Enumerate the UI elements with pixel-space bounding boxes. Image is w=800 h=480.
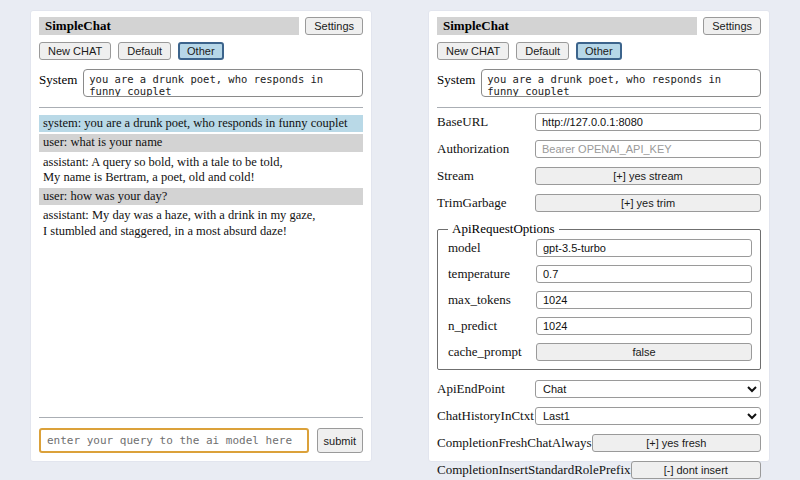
system-prompt-row: System you are a drunk poet, who respond…: [437, 69, 761, 97]
chat-tabs: New CHAT Default Other: [437, 42, 761, 60]
setting-row-cache-prompt: cache_prompt false: [448, 343, 752, 361]
spacer: [39, 242, 363, 414]
tab-other[interactable]: Other: [576, 42, 622, 60]
completioninsertstandardroleprefix-label: CompletionInsertStandardRolePrefix: [437, 462, 631, 478]
cache-prompt-label: cache_prompt: [448, 344, 536, 360]
setting-row-max-tokens: max_tokens: [448, 291, 752, 309]
completionfreshchatalways-label: CompletionFreshChatAlways: [437, 435, 592, 451]
api-request-options-fieldset: ApiRequestOptions model temperature max_…: [437, 221, 761, 370]
setting-row-stream: Stream [+] yes stream: [437, 167, 761, 185]
divider: [39, 107, 363, 108]
setting-row-n-predict: n_predict: [448, 317, 752, 335]
chat-message-assistant: assistant: My day was a haze, with a dri…: [39, 207, 363, 240]
chat-header: SimpleChat Settings: [39, 17, 363, 35]
model-input[interactable]: [536, 239, 752, 257]
trimgarbage-toggle-button[interactable]: [+] yes trim: [535, 194, 761, 212]
tab-default[interactable]: Default: [516, 42, 569, 60]
setting-row-apiendpoint: ApiEndPoint Chat: [437, 380, 761, 398]
completionfreshchatalways-toggle-button[interactable]: [+] yes fresh: [592, 434, 761, 452]
authorization-input[interactable]: [535, 140, 761, 158]
max-tokens-label: max_tokens: [448, 292, 536, 308]
apiendpoint-select[interactable]: Chat: [535, 380, 761, 398]
chat-message-assistant: assistant: A query so bold, with a tale …: [39, 154, 363, 187]
chat-panel: SimpleChat Settings New CHAT Default Oth…: [30, 10, 372, 462]
temperature-input[interactable]: [536, 265, 752, 283]
temperature-label: temperature: [448, 266, 536, 282]
setting-row-authorization: Authorization: [437, 140, 761, 158]
chat-message-system: system: you are a drunk poet, who respon…: [39, 115, 363, 132]
chat-message-user: user: what is your name: [39, 134, 363, 151]
setting-row-trimgarbage: TrimGarbage [+] yes trim: [437, 194, 761, 212]
n-predict-input[interactable]: [536, 317, 752, 335]
settings-button[interactable]: Settings: [305, 17, 363, 35]
setting-row-baseurl: BaseURL: [437, 113, 761, 131]
settings-button[interactable]: Settings: [703, 17, 761, 35]
divider: [437, 107, 761, 108]
completioninsertstandardroleprefix-toggle-button[interactable]: [-] dont insert: [631, 461, 761, 479]
authorization-label: Authorization: [437, 141, 535, 157]
submit-button[interactable]: submit: [317, 428, 363, 453]
system-prompt-input[interactable]: you are a drunk poet, who responds in fu…: [481, 69, 761, 97]
tab-new-chat[interactable]: New CHAT: [39, 42, 111, 60]
setting-row-chathistoryinctxt: ChatHistoryInCtxt Last1: [437, 407, 761, 425]
app-title: SimpleChat: [437, 17, 697, 35]
chat-log: system: you are a drunk poet, who respon…: [39, 115, 363, 242]
cache-prompt-toggle-button[interactable]: false: [536, 343, 752, 361]
chathistoryinctxt-select[interactable]: Last1: [535, 407, 761, 425]
setting-row-model: model: [448, 239, 752, 257]
model-label: model: [448, 240, 536, 256]
app-title: SimpleChat: [39, 17, 299, 35]
setting-row-completionfreshchatalways: CompletionFreshChatAlways [+] yes fresh: [437, 434, 761, 452]
page: SimpleChat Settings New CHAT Default Oth…: [0, 0, 800, 462]
system-label: System: [437, 69, 475, 88]
baseurl-label: BaseURL: [437, 114, 535, 130]
tab-new-chat[interactable]: New CHAT: [437, 42, 509, 60]
settings-panel: SimpleChat Settings New CHAT Default Oth…: [428, 10, 770, 462]
divider: [39, 417, 363, 418]
max-tokens-input[interactable]: [536, 291, 752, 309]
setting-row-temperature: temperature: [448, 265, 752, 283]
system-label: System: [39, 69, 77, 88]
api-request-options-legend: ApiRequestOptions: [448, 221, 559, 237]
query-row: submit: [39, 428, 363, 453]
system-prompt-input[interactable]: you are a drunk poet, who responds in fu…: [83, 69, 363, 97]
chat-message-user: user: how was your day?: [39, 188, 363, 205]
system-prompt-row: System you are a drunk poet, who respond…: [39, 69, 363, 97]
tab-other[interactable]: Other: [178, 42, 224, 60]
setting-row-completioninsertstandardroleprefix: CompletionInsertStandardRolePrefix [-] d…: [437, 461, 761, 479]
settings-header: SimpleChat Settings: [437, 17, 761, 35]
stream-label: Stream: [437, 168, 535, 184]
baseurl-input[interactable]: [535, 113, 761, 131]
trimgarbage-label: TrimGarbage: [437, 195, 535, 211]
stream-toggle-button[interactable]: [+] yes stream: [535, 167, 761, 185]
tab-default[interactable]: Default: [118, 42, 171, 60]
chathistoryinctxt-label: ChatHistoryInCtxt: [437, 408, 535, 424]
chat-tabs: New CHAT Default Other: [39, 42, 363, 60]
n-predict-label: n_predict: [448, 318, 536, 334]
apiendpoint-label: ApiEndPoint: [437, 381, 535, 397]
query-input[interactable]: [39, 428, 309, 453]
